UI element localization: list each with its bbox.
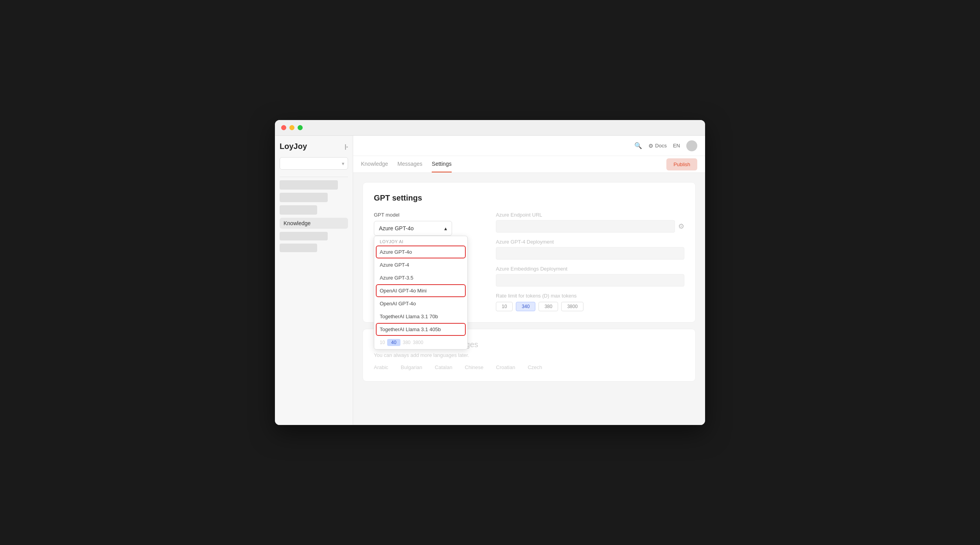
gpt-settings-card: GPT settings GPT model Azure GPT-4o ▴ [363,182,696,323]
sidebar-skeleton-2 [280,193,328,202]
topbar: 🔍 ⚙ Docs EN [353,136,705,156]
sidebar-skeleton-3 [280,205,317,215]
titlebar [275,120,705,136]
docs-icon: ⚙ [648,143,653,149]
topbar-right: 🔍 ⚙ Docs EN [634,140,697,151]
publish-button[interactable]: Publish [666,158,697,170]
sidebar-item-knowledge[interactable]: Knowledge [280,218,348,229]
content-area: GPT settings GPT model Azure GPT-4o ▴ [353,173,705,425]
token-buttons-right: 10 340 380 3800 [496,302,684,311]
token-btn-380[interactable]: 380 [538,302,558,311]
maximize-button[interactable] [298,125,303,130]
main-area: 🔍 ⚙ Docs EN Knowledge Messages [353,136,705,425]
dropdown-item-azure-gpt4[interactable]: Azure GPT-4 [374,258,467,271]
nav-tabs-left: Knowledge Messages Settings [361,156,452,172]
model-label: GPT model [374,212,483,218]
collapse-button[interactable]: |- [345,143,348,150]
dropdown-section-loyjoy: LoyJoy AI [374,236,467,246]
app-body: LoyJoy |- ▾ Knowledge 🔍 [275,136,705,425]
lang-czech[interactable]: Czech [528,364,542,370]
lang-arabic[interactable]: Arabic [374,364,388,370]
lang-bulgarian[interactable]: Bulgarian [401,364,422,370]
lang-chinese[interactable]: Chinese [465,364,484,370]
sidebar-skeleton-1 [280,180,338,190]
lang-selector[interactable]: EN [673,143,680,149]
logo-text: LoyJoy [280,142,307,151]
token-btn-340[interactable]: 340 [516,302,535,311]
docs-label: Docs [655,143,667,149]
azure-gpt4-label: Azure GPT-4 Deployment [496,239,684,245]
token-btn-3800[interactable]: 3800 [561,302,583,311]
lang-catalan[interactable]: Catalan [435,364,452,370]
lang-croatian[interactable]: Croatian [496,364,515,370]
close-button[interactable] [281,125,286,130]
right-field-3: Azure Embeddings Deployment [496,266,684,287]
right-panel: Azure Endpoint URL ⚙ Azure GPT-4 Deploym… [496,212,684,311]
token-rate-label: Rate limit for tokens (D) max tokens [496,293,684,299]
dropdown-item-openai-4omini[interactable]: OpenAI GPT-4o Mini [377,285,465,296]
dropdown-item-together-70b[interactable]: TogetherAI Llama 3.1 70b [374,310,467,323]
dropdown-item-azure-gpt4o[interactable]: Azure GPT-4o [377,246,465,258]
tab-knowledge[interactable]: Knowledge [361,156,388,172]
dropdown-item-azure-gpt35[interactable]: Azure GPT-3.5 [374,271,467,284]
sidebar-skeleton-4 [280,232,328,240]
model-dropdown: LoyJoy AI Azure GPT-4o Azure GPT-4 [374,236,468,350]
nav-tabs: Knowledge Messages Settings Publish [353,156,705,173]
sidebar-divider [280,177,348,177]
token-btn-10[interactable]: 10 [496,302,513,311]
azure-embeddings-label: Azure Embeddings Deployment [496,266,684,272]
app-window: LoyJoy |- ▾ Knowledge 🔍 [275,120,705,425]
sidebar-skeleton-5 [280,244,317,252]
dropdown-item-together-405b[interactable]: TogetherAI Llama 3.1 405b [377,324,465,335]
right-field-1: Azure Endpoint URL ⚙ [496,212,684,233]
gear-icon-1[interactable]: ⚙ [678,222,684,231]
left-panel: GPT model Azure GPT-4o ▴ LoyJoy AI [374,212,483,311]
language-subtitle: You can always add more languages later. [374,352,684,358]
docs-link[interactable]: ⚙ Docs [648,143,667,149]
minimize-button[interactable] [289,125,294,130]
sidebar: LoyJoy |- ▾ Knowledge [275,136,353,425]
gpt-settings-layout: GPT model Azure GPT-4o ▴ LoyJoy AI [374,212,684,311]
logo: LoyJoy |- [280,142,348,151]
language-row: Arabic Bulgarian Catalan Chinese Croatia… [374,364,684,370]
selected-model-text: Azure GPT-4o [379,225,414,231]
traffic-lights [281,125,303,130]
gpt-settings-title: GPT settings [374,194,684,203]
model-select-container: Azure GPT-4o ▴ LoyJoy AI Azure GPT [374,221,452,236]
sidebar-dropdown[interactable]: ▾ [280,157,348,170]
azure-endpoint-label: Azure Endpoint URL [496,212,684,218]
model-select[interactable]: Azure GPT-4o ▴ [374,221,452,236]
tab-settings[interactable]: Settings [432,156,452,172]
token-rate-section: Rate limit for tokens (D) max tokens 10 … [496,293,684,311]
user-avatar[interactable] [686,140,697,151]
chevron-up-icon: ▴ [444,225,447,231]
tab-messages[interactable]: Messages [397,156,422,172]
search-icon[interactable]: 🔍 [634,142,642,149]
chevron-down-icon: ▾ [342,161,345,167]
dropdown-item-openai-4o[interactable]: OpenAI GPT-4o [374,297,467,310]
right-field-2: Azure GPT-4 Deployment [496,239,684,260]
